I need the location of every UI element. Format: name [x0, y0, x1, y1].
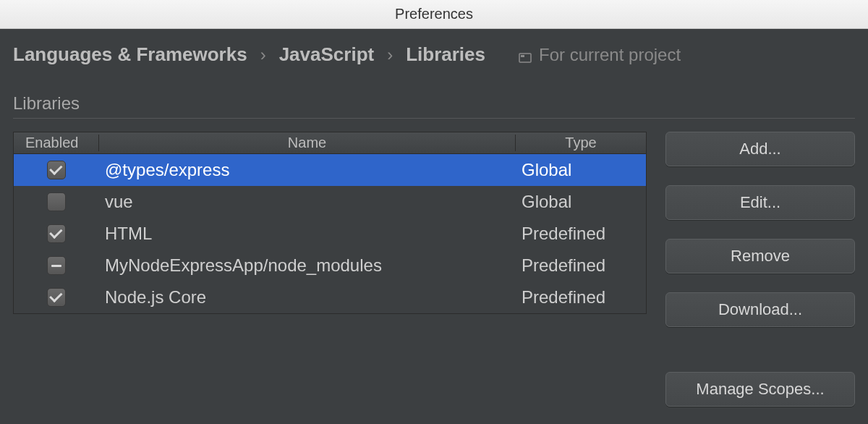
enabled-checkbox[interactable]	[47, 288, 66, 307]
breadcrumb-libraries: Libraries	[406, 43, 485, 66]
enabled-checkbox[interactable]	[47, 192, 66, 211]
type-cell: Global	[516, 192, 646, 212]
section-rule	[13, 118, 855, 119]
table-row[interactable]: @types/expressGlobal	[14, 154, 646, 186]
type-cell: Predefined	[516, 224, 646, 244]
col-header-type[interactable]: Type	[516, 135, 646, 151]
name-cell: Node.js Core	[99, 287, 516, 308]
button-gap	[665, 346, 855, 353]
type-cell: Predefined	[516, 255, 646, 276]
scope-indicator: For current project	[519, 45, 681, 65]
col-header-name[interactable]: Name	[99, 135, 516, 151]
breadcrumb-root[interactable]: Languages & Frameworks	[13, 43, 247, 66]
enabled-cell	[14, 224, 99, 243]
svg-rect-0	[519, 54, 531, 62]
type-cell: Predefined	[516, 287, 646, 308]
breadcrumb: Languages & Frameworks › JavaScript › Li…	[13, 43, 855, 66]
enabled-checkbox[interactable]	[47, 161, 66, 179]
remove-button[interactable]: Remove	[665, 239, 855, 274]
name-cell: MyNodeExpressApp/node_modules	[99, 255, 516, 276]
scope-label: For current project	[539, 45, 681, 65]
table-body: @types/expressGlobalvueGlobalHTMLPredefi…	[14, 154, 646, 313]
table-header: Enabled Name Type	[14, 132, 646, 154]
name-cell: HTML	[99, 224, 516, 244]
chevron-right-icon: ›	[387, 45, 393, 65]
manage-scopes-button[interactable]: Manage Scopes...	[665, 372, 855, 407]
section-label: Libraries	[13, 93, 855, 114]
table-row[interactable]: MyNodeExpressApp/node_modulesPredefined	[14, 250, 646, 281]
current-project-icon	[519, 48, 532, 62]
svg-rect-1	[521, 55, 524, 57]
enabled-cell	[14, 192, 99, 211]
libraries-table: Enabled Name Type @types/expressGlobalvu…	[13, 132, 647, 314]
table-row[interactable]: vueGlobal	[14, 186, 646, 218]
enabled-checkbox[interactable]	[47, 256, 66, 275]
enabled-checkbox[interactable]	[47, 224, 66, 243]
type-cell: Global	[516, 160, 646, 180]
window-titlebar: Preferences	[0, 0, 868, 29]
window-title: Preferences	[395, 6, 473, 22]
breadcrumb-javascript[interactable]: JavaScript	[279, 43, 375, 66]
col-header-enabled[interactable]: Enabled	[14, 135, 99, 151]
download-button[interactable]: Download...	[665, 292, 855, 327]
table-row[interactable]: HTMLPredefined	[14, 218, 646, 250]
side-buttons: Add... Edit... Remove Download... Manage…	[665, 132, 855, 407]
edit-button[interactable]: Edit...	[665, 185, 855, 220]
name-cell: @types/express	[99, 160, 516, 180]
add-button[interactable]: Add...	[665, 132, 855, 166]
enabled-cell	[14, 288, 99, 307]
enabled-cell	[14, 161, 99, 179]
name-cell: vue	[99, 192, 516, 212]
enabled-cell	[14, 256, 99, 275]
table-row[interactable]: Node.js CorePredefined	[14, 281, 646, 313]
chevron-right-icon: ›	[260, 45, 266, 65]
content-area: Languages & Frameworks › JavaScript › Li…	[0, 29, 868, 407]
